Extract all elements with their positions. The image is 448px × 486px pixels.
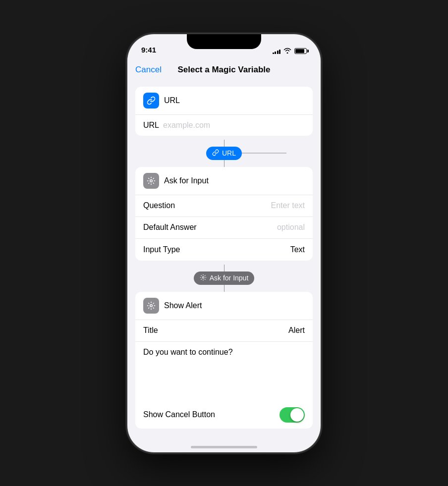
battery-icon: [294, 48, 307, 54]
show-cancel-button-row: Show Cancel Button: [135, 401, 313, 429]
signal-bar-4: [279, 50, 280, 54]
url-pill-connector: URL: [135, 140, 313, 167]
url-field-label: URL: [143, 121, 159, 130]
url-card: URL URL example.com: [135, 87, 313, 136]
ask-for-input-header-label: Ask for Input: [164, 176, 209, 185]
url-card-header: URL: [135, 87, 313, 115]
alert-title-value: Alert: [288, 326, 305, 335]
url-card-header-label: URL: [164, 96, 180, 105]
ask-for-input-pill-connector: Ask for Input: [135, 265, 313, 292]
default-answer-value: optional: [277, 223, 305, 232]
show-alert-card: Show Alert Title Alert Do you want to co…: [135, 292, 313, 429]
url-field-placeholder: example.com: [163, 121, 210, 130]
connector-line-bottom: [224, 160, 224, 167]
connector-line-top: [224, 140, 224, 147]
svg-point-0: [150, 179, 153, 182]
status-icons: [273, 48, 307, 55]
input-type-row: Input Type Text: [135, 239, 313, 261]
phone-frame: 9:41 Cancel Select a Magic Variabl: [127, 34, 321, 452]
ask-for-input-header: Ask for Input: [135, 167, 313, 195]
alert-body[interactable]: Do you want to continue?: [135, 342, 313, 401]
alert-title-label: Title: [143, 326, 158, 335]
default-answer-label: Default Answer: [143, 223, 197, 232]
signal-bar-3: [277, 51, 279, 54]
ask-connector-line-bottom: [224, 285, 224, 292]
url-magic-pill[interactable]: URL: [206, 147, 242, 160]
show-cancel-label: Show Cancel Button: [143, 410, 215, 419]
show-alert-icon: [143, 298, 159, 314]
question-row: Question Enter text: [135, 195, 313, 217]
cancel-button[interactable]: Cancel: [135, 65, 162, 75]
nav-title: Select a Magic Variable: [177, 65, 270, 75]
input-type-value: Text: [290, 245, 305, 254]
url-card-icon: [143, 93, 159, 108]
status-time: 9:41: [141, 46, 156, 55]
url-pill-label: URL: [222, 149, 236, 157]
ask-for-input-card: Ask for Input Question Enter text Defaul…: [135, 167, 313, 261]
signal-bar-2: [275, 52, 276, 54]
show-alert-header-label: Show Alert: [164, 301, 202, 310]
notch: [187, 34, 261, 49]
question-label: Question: [143, 201, 175, 210]
signal-bars-icon: [273, 48, 281, 54]
show-cancel-toggle[interactable]: [280, 407, 305, 423]
toggle-knob: [290, 408, 304, 422]
svg-point-1: [202, 276, 204, 278]
signal-bar-1: [273, 53, 274, 54]
alert-body-text: Do you want to continue?: [143, 348, 233, 356]
url-field-row: URL example.com: [135, 115, 313, 136]
ask-pill-label: Ask for Input: [210, 274, 249, 282]
url-pill-icon: [212, 149, 219, 158]
home-indicator: [191, 446, 257, 448]
scroll-content[interactable]: URL URL example.com URL: [127, 81, 321, 435]
nav-bar: Cancel Select a Magic Variable: [127, 59, 321, 81]
ask-pill-icon: [200, 274, 207, 282]
svg-point-2: [150, 304, 153, 307]
wifi-icon: [283, 48, 291, 55]
question-value: Enter text: [271, 201, 305, 210]
input-type-label: Input Type: [143, 245, 180, 254]
ask-connector-line-top: [224, 265, 224, 271]
show-alert-header: Show Alert: [135, 292, 313, 320]
default-answer-row: Default Answer optional: [135, 217, 313, 239]
ask-for-input-magic-pill[interactable]: Ask for Input: [194, 271, 255, 285]
ask-for-input-icon: [143, 173, 159, 189]
arrow-line: [242, 153, 286, 154]
alert-title-row: Title Alert: [135, 320, 313, 342]
